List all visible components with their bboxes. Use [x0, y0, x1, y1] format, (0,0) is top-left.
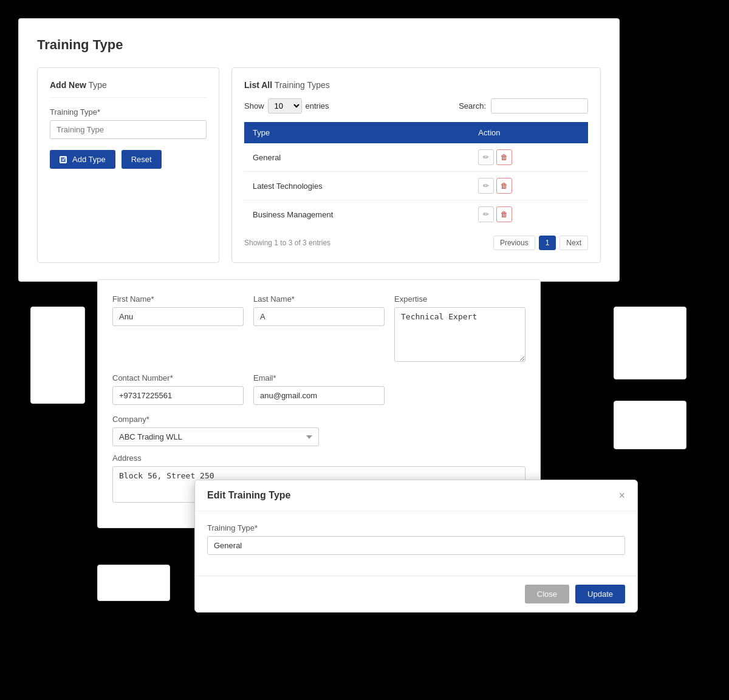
type-cell: Business Management — [244, 200, 470, 229]
expertise-label: Expertise — [394, 294, 525, 304]
training-type-input[interactable] — [50, 120, 207, 139]
main-card: Training Type Add New Type Training Type… — [18, 18, 620, 282]
table-header-row: Type Action — [244, 122, 588, 143]
training-type-form-group: Training Type* — [50, 107, 207, 139]
type-cell: Latest Technologies — [244, 172, 470, 200]
add-panel-btn-row: Add Type Reset — [50, 150, 207, 169]
table-row: Latest Technologies ✏ 🗑 — [244, 172, 588, 200]
right-shadow-bottom-card — [614, 401, 686, 449]
action-cell: ✏ 🗑 — [470, 200, 588, 229]
search-input[interactable] — [491, 98, 588, 114]
list-title: List All Training Types — [244, 80, 330, 90]
delete-button-2[interactable]: 🗑 — [496, 206, 512, 222]
showing-text: Showing 1 to 3 of 3 entries — [244, 239, 330, 247]
add-panel: Add New Type Training Type* Add Type Res… — [37, 67, 219, 263]
form-card-grid-2: Contact Number* Email* — [112, 373, 525, 405]
first-name-input[interactable] — [112, 307, 244, 326]
modal-field-label: Training Type* — [207, 523, 625, 532]
modal-header: Edit Training Type × — [195, 480, 637, 511]
col-type: Type — [244, 122, 470, 143]
training-type-label: Training Type* — [50, 107, 207, 117]
list-header: List All Training Types — [244, 80, 588, 90]
contact-label: Contact Number* — [112, 373, 244, 382]
first-name-label: First Name* — [112, 294, 244, 304]
expertise-group: Expertise Technical Expert — [394, 294, 525, 364]
close-modal-button[interactable]: Close — [525, 585, 569, 603]
edit-button-2[interactable]: ✏ — [478, 206, 494, 222]
search-label: Search: — [459, 101, 486, 110]
table-row: General ✏ 🗑 — [244, 143, 588, 172]
col-action: Action — [470, 122, 588, 143]
entries-select[interactable]: 10 25 50 100 — [268, 98, 302, 114]
email-label: Email* — [253, 373, 385, 382]
page-1-button[interactable]: 1 — [539, 236, 556, 250]
update-button[interactable]: Update — [575, 585, 625, 603]
left-shadow-card — [30, 307, 85, 404]
edit-button-0[interactable]: ✏ — [478, 149, 494, 165]
company-label: Company* — [112, 415, 525, 424]
edit-button-1[interactable]: ✏ — [478, 178, 494, 194]
check-icon — [60, 156, 67, 163]
search-row: Search: — [459, 98, 588, 114]
email-input[interactable] — [253, 386, 385, 405]
table-footer: Showing 1 to 3 of 3 entries Previous 1 N… — [244, 236, 588, 250]
table-row: Business Management ✏ 🗑 — [244, 200, 588, 229]
next-button[interactable]: Next — [560, 236, 588, 250]
form-card-grid: First Name* Last Name* Expertise Technic… — [112, 294, 525, 364]
list-panel: List All Training Types Show 10 25 50 10… — [231, 67, 601, 263]
modal-title: Edit Training Type — [207, 490, 291, 501]
delete-button-0[interactable]: 🗑 — [496, 149, 512, 165]
modal-training-type-input[interactable] — [207, 536, 625, 555]
modal-body: Training Type* — [195, 511, 637, 576]
modal-form-group: Training Type* — [207, 523, 625, 555]
edit-modal: Edit Training Type × Training Type* Clos… — [194, 480, 638, 613]
show-entries: Show 10 25 50 100 entries — [244, 98, 329, 114]
bottom-left-white — [97, 565, 170, 601]
page-title: Training Type — [37, 37, 601, 53]
company-group: Company* ABC Trading WLL — [112, 415, 525, 446]
last-name-input[interactable] — [253, 307, 385, 326]
prev-button[interactable]: Previous — [493, 236, 535, 250]
top-controls: Show 10 25 50 100 entries Search: — [244, 98, 588, 114]
right-shadow-top-card — [614, 307, 686, 379]
company-select[interactable]: ABC Trading WLL — [112, 427, 319, 446]
address-label: Address — [112, 454, 525, 463]
last-name-label: Last Name* — [253, 294, 385, 304]
modal-footer: Close Update — [195, 576, 637, 612]
contact-input[interactable] — [112, 386, 244, 405]
training-types-table: Type Action General ✏ 🗑 — [244, 122, 588, 228]
modal-close-x-button[interactable]: × — [618, 490, 625, 501]
add-type-button[interactable]: Add Type — [50, 150, 115, 169]
reset-button[interactable]: Reset — [122, 150, 162, 169]
action-cell: ✏ 🗑 — [470, 143, 588, 172]
email-group: Email* — [253, 373, 385, 405]
delete-button-1[interactable]: 🗑 — [496, 178, 512, 194]
last-name-group: Last Name* — [253, 294, 385, 364]
first-name-group: First Name* — [112, 294, 244, 364]
add-panel-title: Add New Type — [50, 80, 207, 98]
action-cell: ✏ 🗑 — [470, 172, 588, 200]
type-cell: General — [244, 143, 470, 172]
expertise-textarea[interactable]: Technical Expert — [394, 307, 525, 362]
contact-group: Contact Number* — [112, 373, 244, 405]
pagination: Previous 1 Next — [493, 236, 588, 250]
